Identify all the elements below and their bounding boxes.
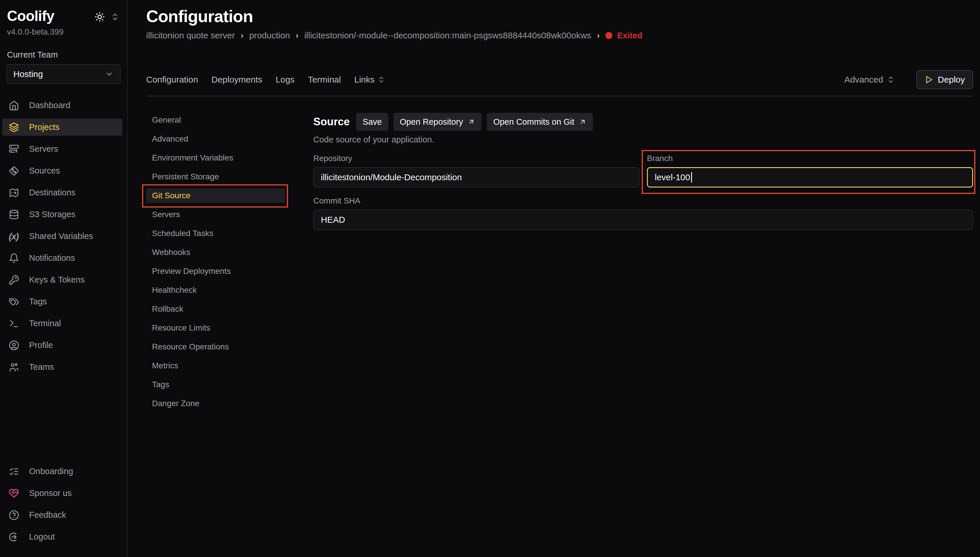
tabs-row: Configuration Deployments Logs Terminal … xyxy=(146,70,973,89)
sidebar-item-destinations[interactable]: Destinations xyxy=(2,184,122,201)
breadcrumb-project[interactable]: illicitonion quote server xyxy=(146,31,235,41)
tab-deployments[interactable]: Deployments xyxy=(211,75,262,85)
status-text: Exited xyxy=(617,31,642,41)
help-circle-icon xyxy=(9,510,19,520)
repository-input[interactable]: illicitestonion/Module-Decomposition xyxy=(313,167,639,187)
branch-value: level-100 xyxy=(655,173,690,182)
subnav-item-environment-variables[interactable]: Environment Variables xyxy=(146,151,285,165)
chevron-right-icon: › xyxy=(597,31,600,40)
logo-block: Coolify v4.0.0-beta.399 xyxy=(7,8,63,37)
sidebar-item-label: Sources xyxy=(29,166,60,176)
open-repository-button[interactable]: Open Repository xyxy=(393,113,482,131)
subnav-item-general[interactable]: General xyxy=(146,113,285,127)
tab-logs[interactable]: Logs xyxy=(276,75,295,85)
sidebar: Coolify v4.0.0-beta.399 Current Team Hos… xyxy=(0,0,128,557)
theme-sun-icon[interactable] xyxy=(94,11,105,22)
chevrons-up-down-icon xyxy=(887,76,895,84)
breadcrumb-application[interactable]: illicitestonion/-module--decomposition:m… xyxy=(304,31,591,41)
chevron-down-icon xyxy=(105,70,114,78)
sidebar-nav: Dashboard Projects Servers Sources Desti… xyxy=(0,97,127,380)
terminal-icon xyxy=(9,318,19,329)
sidebar-item-label: Notifications xyxy=(29,253,75,263)
sidebar-item-projects[interactable]: Projects xyxy=(2,119,122,136)
sidebar-item-label: Projects xyxy=(29,122,60,132)
tags-icon xyxy=(9,296,19,307)
sidebar-item-label: Servers xyxy=(29,144,58,154)
logout-icon xyxy=(9,532,19,542)
team-select-value: Hosting xyxy=(13,69,43,79)
git-source-panel: Source Save Open Repository Open Commits… xyxy=(313,113,973,415)
team-select[interactable]: Hosting xyxy=(7,64,120,84)
page-title: Configuration xyxy=(146,7,973,26)
layers-icon xyxy=(9,122,19,133)
sidebar-item-sponsor-us[interactable]: Sponsor us xyxy=(2,485,122,502)
subnav-item-danger-zone[interactable]: Danger Zone xyxy=(146,396,285,411)
current-team-label: Current Team xyxy=(7,50,120,60)
open-commits-button[interactable]: Open Commits on Git xyxy=(487,113,593,131)
sidebar-item-shared-variables[interactable]: (x) Shared Variables xyxy=(2,228,122,245)
subnav-item-git-source[interactable]: Git Source xyxy=(146,188,285,203)
commit-sha-input[interactable]: HEAD xyxy=(313,210,973,230)
advanced-dropdown[interactable]: Advanced xyxy=(844,75,895,85)
main-content: Configuration illicitonion quote server … xyxy=(128,0,980,557)
sidebar-item-teams[interactable]: Teams xyxy=(2,358,122,376)
deploy-button[interactable]: Deploy xyxy=(917,70,973,89)
branch-input[interactable]: level-100 xyxy=(647,167,973,187)
subnav-item-servers[interactable]: Servers xyxy=(146,207,285,222)
sidebar-item-label: Teams xyxy=(29,362,54,372)
git-source-icon xyxy=(9,166,19,176)
subnav-item-preview-deployments[interactable]: Preview Deployments xyxy=(146,264,285,278)
source-fields: Repository illicitestonion/Module-Decomp… xyxy=(313,154,973,230)
sidebar-item-profile[interactable]: Profile xyxy=(2,337,122,354)
subnav-item-resource-limits[interactable]: Resource Limits xyxy=(146,321,285,335)
sidebar-item-sources[interactable]: Sources xyxy=(2,162,122,179)
tab-links[interactable]: Links xyxy=(354,75,385,85)
subnav-item-persistent-storage[interactable]: Persistent Storage xyxy=(146,169,285,184)
subnav-item-webhooks[interactable]: Webhooks xyxy=(146,245,285,260)
users-icon xyxy=(9,362,19,372)
sidebar-item-label: Feedback xyxy=(29,510,66,520)
subnav-item-tags[interactable]: Tags xyxy=(146,377,285,392)
sidebar-item-label: Tags xyxy=(29,297,47,306)
chevron-right-icon: › xyxy=(296,31,299,40)
save-button[interactable]: Save xyxy=(356,113,388,131)
logo-icons xyxy=(94,11,119,22)
tab-configuration[interactable]: Configuration xyxy=(146,75,198,85)
subnav-item-metrics[interactable]: Metrics xyxy=(146,358,285,373)
sidebar-item-terminal[interactable]: Terminal xyxy=(2,315,122,332)
text-caret xyxy=(691,172,692,182)
subnav-item-resource-operations[interactable]: Resource Operations xyxy=(146,340,285,354)
subnav-item-advanced[interactable]: Advanced xyxy=(146,132,285,146)
map-icon xyxy=(9,187,19,198)
source-header: Source Save Open Repository Open Commits… xyxy=(313,113,973,131)
heart-handshake-icon xyxy=(9,488,19,498)
external-link-arrow-icon xyxy=(468,118,475,125)
key-icon xyxy=(9,275,19,285)
source-heading: Source xyxy=(313,116,349,128)
subnav-item-healthcheck[interactable]: Healthcheck xyxy=(146,283,285,297)
branch-label: Branch xyxy=(647,154,973,163)
sidebar-item-servers[interactable]: Servers xyxy=(2,140,122,158)
sidebar-item-feedback[interactable]: Feedback xyxy=(2,507,122,524)
sidebar-item-logout[interactable]: Logout xyxy=(2,528,122,546)
sidebar-item-tags[interactable]: Tags xyxy=(2,293,122,310)
breadcrumb-environment[interactable]: production xyxy=(249,31,290,41)
chevron-right-icon: › xyxy=(241,31,243,40)
app-version: v4.0.0-beta.399 xyxy=(7,27,63,37)
sidebar-item-dashboard[interactable]: Dashboard xyxy=(2,97,122,114)
sidebar-collapse-icon[interactable] xyxy=(111,13,119,21)
subnav-item-rollback[interactable]: Rollback xyxy=(146,302,285,316)
commit-sha-label: Commit SHA xyxy=(313,196,973,205)
sidebar-item-notifications[interactable]: Notifications xyxy=(2,249,122,267)
sidebar-item-label: Destinations xyxy=(29,188,76,197)
external-link-arrow-icon xyxy=(579,118,587,125)
open-commits-label: Open Commits on Git xyxy=(493,117,574,127)
sidebar-item-label: S3 Storages xyxy=(29,210,76,219)
tab-terminal[interactable]: Terminal xyxy=(308,75,341,85)
logo-row: Coolify v4.0.0-beta.399 xyxy=(7,8,119,37)
home-icon xyxy=(9,100,19,111)
sidebar-item-onboarding[interactable]: Onboarding xyxy=(2,463,122,480)
sidebar-item-keys-tokens[interactable]: Keys & Tokens xyxy=(2,271,122,288)
subnav-item-scheduled-tasks[interactable]: Scheduled Tasks xyxy=(146,226,285,241)
sidebar-item-s3-storages[interactable]: S3 Storages xyxy=(2,206,122,223)
